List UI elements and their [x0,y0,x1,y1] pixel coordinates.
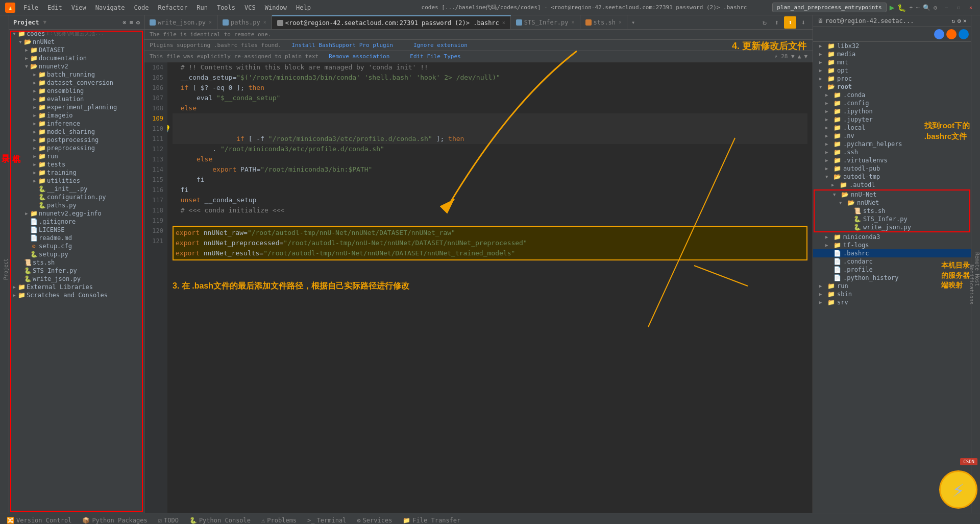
coverage-button[interactable]: ☂ [909,4,913,11]
remote-autodl[interactable]: ▶ 📁 .autodl [813,181,971,189]
tree-sts-sh[interactable]: ▶ 📜 sts.sh [9,258,144,267]
close-sts-sh[interactable]: × [619,19,622,25]
remote-nnunet[interactable]: ▼ 📂 nnUNet [815,199,969,207]
remote-jupyter[interactable]: ▶ 📁 .jupyter [813,115,971,124]
tree-egg-info[interactable]: ▶ 📁 nnunetv2.egg-info [9,209,144,218]
remote-opt[interactable]: ▶ 📁 opt [813,66,971,75]
remote-tf-logs[interactable]: ▶ 📁 tf-logs [813,241,971,249]
remote-srv[interactable]: ▶ 📁 srv [813,298,971,306]
tree-root-codes[interactable]: ▼ 📁 codes E:\竞赛\阿里云天池... [9,30,144,38]
tree-preprocessing[interactable]: ▶ 📁 preprocessing [9,144,144,152]
remote-mnt[interactable]: ▶ 📁 mnt [813,58,971,66]
tree-tests[interactable]: ▶ 📁 tests [9,160,144,169]
tab-file-transfer[interactable]: 📁 File Transfer [399,516,464,525]
tab-version-control[interactable]: 🔀 Version Control [3,516,76,525]
remote-ipython[interactable]: ▶ 📁 .ipython [813,107,971,115]
remote-local[interactable]: ▶ 📁 .local [813,124,971,132]
menu-help[interactable]: Help [292,3,315,12]
tree-imageio[interactable]: ▶ 📁 imageio [9,111,144,120]
toolbar-more[interactable]: ⋯ [916,4,920,11]
tree-nnunet[interactable]: ▼ 📂 nnUNet [9,38,144,46]
tree-readme[interactable]: ▶ 📄 readme.md [9,234,144,242]
remote-refresh[interactable]: ↻ [951,17,955,25]
tree-scratches[interactable]: ▶ 📁 Scratches and Consoles [9,291,144,299]
tree-init-py[interactable]: ▶ 🐍 __init__.py [9,185,144,193]
code-area[interactable]: # !! Contents within this block are mana… [167,62,813,513]
upload-icon[interactable]: ⬆ [772,17,782,28]
remote-libx32[interactable]: ▶ 📁 libx32 [813,42,971,50]
remote-close[interactable]: × [963,17,967,25]
tree-setup-cfg[interactable]: ▶ ⚙ setup.cfg [9,242,144,250]
menu-tools[interactable]: Tools [213,3,239,12]
close-bashrc[interactable]: × [502,20,505,26]
menu-view[interactable]: View [67,3,90,12]
menu-window[interactable]: Window [261,3,291,12]
close-paths[interactable]: × [263,19,266,25]
tree-dataset-conversion[interactable]: ▶ 📁 dataset_conversion [9,79,144,87]
settings-button[interactable]: ⚙ [934,4,937,11]
remove-association-link[interactable]: Remove association [329,53,389,60]
remote-pycharm-helpers[interactable]: ▶ 📁 .pycharm_helpers [813,140,971,148]
run-config[interactable]: plan_and_preprocess_entrypoints [772,3,886,12]
maximize-button[interactable]: ☐ [954,4,963,12]
tree-batch-running[interactable]: ▶ 📁 batch_running [9,70,144,79]
remote-virtualenvs[interactable]: ▶ 📁 .virtualenvs [813,156,971,164]
search-everywhere[interactable]: 🔍 [923,4,930,11]
tree-dataset[interactable]: ▶ 📁 DATASET [9,46,144,54]
tab-more[interactable]: ▾ [627,19,639,26]
menu-vcs[interactable]: VCS [240,3,260,12]
menu-code[interactable]: Code [130,3,153,12]
menu-navigate[interactable]: Navigate [91,3,129,12]
tree-write-json[interactable]: ▶ 🐍 write_json.py [9,275,144,283]
unfold-icon[interactable]: ▼ [804,53,807,60]
tree-ensembling[interactable]: ▶ 📁 ensembling [9,87,144,95]
sidebar-locate[interactable]: ⊙ [122,19,126,26]
browser-icon-firefox[interactable] [946,29,957,39]
tab-bashrc[interactable]: <root@region-42.seetacloud.com:27391 pas… [272,15,511,30]
remote-bashrc[interactable]: ▶ 📄 .bashrc [813,249,971,257]
remote-proc[interactable]: ▶ 📁 proc [813,75,971,83]
remote-autodl-tmp[interactable]: ▼ 📂 autodl-tmp [813,173,971,181]
install-bashsupport-link[interactable]: Install BashSupport Pro plugin [291,42,393,49]
tree-model-sharing[interactable]: ▶ 📁 model_sharing [9,128,144,136]
tree-configuration-py[interactable]: ▶ 🐍 configuration.py [9,193,144,201]
tab-python-packages[interactable]: 📦 Python Packages [78,516,151,525]
close-write-json[interactable]: × [209,19,212,25]
remote-run-dir[interactable]: ▶ 📁 run [813,282,971,290]
tree-postprocessing[interactable]: ▶ 📁 postprocessing [9,136,144,144]
remote-sbin[interactable]: ▶ 📁 sbin [813,290,971,298]
remote-nv[interactable]: ▶ 📁 .nv [813,132,971,140]
menu-run[interactable]: Run [192,3,212,12]
remote-miniconda3[interactable]: ▶ 📁 miniconda3 [813,233,971,241]
tree-evaluation[interactable]: ▶ 📁 evaluation [9,95,144,103]
highlight-upload-button[interactable]: ⬆ [784,16,796,29]
remote-config[interactable]: ▶ 📁 .config [813,99,971,107]
tree-experiment-planning[interactable]: ▶ 📁 experiment_planning [9,103,144,111]
tab-python-console[interactable]: 🐍 Python Console [185,516,255,525]
remote-write-json-py[interactable]: ▶ 🐍 write_json.py [815,223,969,231]
remote-sts-infer-py[interactable]: ▶ 🐍 STS_Infer.py [815,215,969,223]
sidebar-settings[interactable]: ⚙ [136,19,140,26]
remote-sts-sh[interactable]: ▶ 📜 sts.sh [815,207,969,215]
sidebar-dropdown[interactable]: ▼ [43,19,47,26]
debug-button[interactable]: 🐛 [897,4,906,12]
tab-terminal[interactable]: >_ Terminal [303,516,350,525]
remote-root[interactable]: ▼ 📂 root [813,83,971,91]
remote-media[interactable]: ▶ 📁 media [813,50,971,58]
tab-sts-infer[interactable]: STS_Infer.py × [511,15,580,30]
tab-problems[interactable]: ⚠ Problems [257,516,301,525]
tree-nnunetv2[interactable]: ▼ 📂 nnunetv2 [9,62,144,70]
download-icon[interactable]: ⬇ [798,17,808,28]
remote-profile[interactable]: ▶ 📄 .profile [813,266,971,274]
sync-icon[interactable]: ↻ [760,17,770,28]
tree-training[interactable]: ▶ 📁 training [9,169,144,177]
tab-services[interactable]: ⚙ Services [353,516,396,525]
tree-documentation[interactable]: ▶ 📁 documentation [9,54,144,62]
fold-icon[interactable]: ▲ [798,53,801,60]
tree-run[interactable]: ▶ 📁 run [9,152,144,160]
remote-conda[interactable]: ▶ 📁 .conda [813,91,971,99]
tab-paths[interactable]: paths.py × [217,15,272,30]
remote-ssh[interactable]: ▶ 📁 .ssh [813,148,971,156]
remote-condarc[interactable]: ▶ 📄 .condarc [813,257,971,266]
remote-config[interactable]: ⚙ [958,17,961,25]
